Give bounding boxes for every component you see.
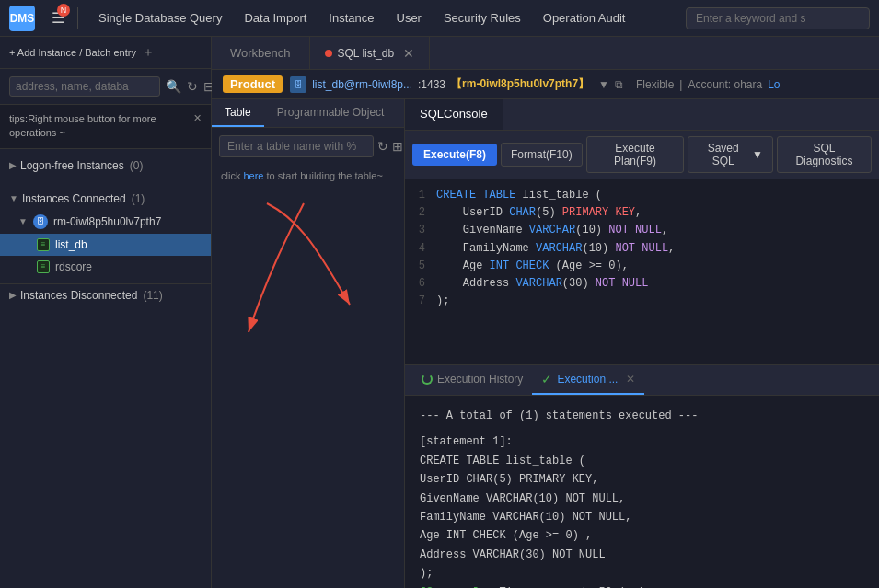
table-search-input[interactable] <box>219 135 374 157</box>
instance-name: rm-0iwl8p5hu0lv7pth7 <box>53 215 161 228</box>
left-panel: Table Programmable Object ↻ ⊞ click here… <box>212 99 405 588</box>
logon-free-header[interactable]: ▶ Logon-free Instances (0) <box>0 155 211 177</box>
nav-security-rules[interactable]: Security Rules <box>436 7 528 29</box>
execution-result-tab[interactable]: ✓ Execution ... ✕ <box>532 365 644 395</box>
expand-arrow-logon-free: ▶ <box>9 160 17 170</box>
left-panel-search: ↻ ⊞ <box>212 128 404 165</box>
search-icon[interactable]: 🔍 <box>166 79 181 94</box>
instance-db-icon: 🗄 <box>33 214 48 229</box>
instances-connected-header[interactable]: ▼ Instances Connected (1) <box>0 188 211 210</box>
code-content[interactable]: CREATE TABLE list_table ( UserID CHAR(5)… <box>433 187 879 357</box>
sql-toolbar: Execute(F8) Format(F10) Execute Plan(F9)… <box>405 131 879 179</box>
db-tab-close[interactable]: ✕ <box>403 46 414 61</box>
instance-id: 【rm-0iwl8p5hu0lv7pth7】 <box>451 76 589 92</box>
right-panel: SQLConsole Execute(F8) Format(F10) Execu… <box>405 99 879 588</box>
product-banner: Product 🗄 list_db@rm-0iwl8p... :1433 【rm… <box>212 70 879 99</box>
sql-console-tab-bar: SQLConsole <box>405 99 879 131</box>
refresh-icon[interactable]: ↻ <box>187 79 198 94</box>
line-number-6: 6 <box>405 275 425 293</box>
logout-link[interactable]: Lo <box>768 78 780 91</box>
line-number-7: 7 <box>405 293 425 310</box>
execute-button[interactable]: Execute(F8) <box>412 144 497 166</box>
result-summary: --- A total of (1) statements executed -… <box>420 407 864 425</box>
execute-plan-button[interactable]: Execute Plan(F9) <box>586 136 685 173</box>
saved-sql-label: Saved SQL <box>698 142 748 167</box>
db-item-list-db[interactable]: ≡ list_db <box>0 234 211 256</box>
execution-result-label: Execution ... <box>557 373 618 386</box>
instance-item[interactable]: ▼ 🗄 rm-0iwl8p5hu0lv7pth7 <box>0 210 211 234</box>
db-item-rdscore[interactable]: ≡ rdscore <box>0 256 211 278</box>
annotation-area <box>212 185 404 588</box>
execution-history-tab[interactable]: Execution History <box>412 365 532 395</box>
statement-label: [statement 1]: <box>420 435 513 448</box>
nav-operation-audit[interactable]: Operation Audit <box>536 7 633 29</box>
result-content: --- A total of (1) statements executed -… <box>405 396 879 588</box>
annotation-arrows <box>212 185 396 369</box>
line-number-2: 2 <box>405 204 425 222</box>
product-badge: Product <box>223 75 283 93</box>
global-search[interactable] <box>686 7 870 29</box>
hint-link[interactable]: here <box>243 170 263 181</box>
db-icon-list-db: ≡ <box>37 238 50 251</box>
instance-dropdown[interactable]: ▼ <box>598 78 609 91</box>
line-numbers: 1 2 3 4 5 6 7 <box>405 187 433 357</box>
diagnostics-button[interactable]: SQL Diagnostics <box>777 136 872 173</box>
code-editor[interactable]: 1 2 3 4 5 6 7 CREATE TABLE list_table ( … <box>405 179 879 364</box>
line-number-4: 4 <box>405 240 425 258</box>
sidebar-tips: tips:Right mouse button for more operati… <box>0 105 211 149</box>
create-stmt: CREATE TABLE list_table ( <box>420 455 585 467</box>
nav-divider <box>77 7 78 29</box>
instance-name-banner: list_db@rm-0iwl8p... <box>312 78 412 91</box>
instances-connected-count: (1) <box>132 192 145 205</box>
logon-free-section: ▶ Logon-free Instances (0) <box>0 149 211 182</box>
nav-user[interactable]: User <box>389 7 429 29</box>
result-statement-block: [statement 1]: CREATE TABLE list_table (… <box>420 432 864 588</box>
workbench-tab[interactable]: Workbench <box>212 37 310 69</box>
result-tab-close[interactable]: ✕ <box>626 373 635 386</box>
instance-info: 🗄 list_db@rm-0iwl8p... :1433 【rm-0iwl8p5… <box>290 76 780 93</box>
instances-disconnected-section: ▶ Instances Disconnected (11) <box>0 283 211 306</box>
add-icon[interactable]: ＋ <box>142 44 155 61</box>
saved-sql-button[interactable]: Saved SQL ▼ <box>688 136 773 173</box>
check-icon: ✓ <box>541 372 552 386</box>
add-instance-button[interactable]: + Add Instance / Batch entry <box>9 47 136 58</box>
nav-data-import[interactable]: Data Import <box>237 7 314 29</box>
hamburger-menu[interactable]: ☰ N <box>52 9 64 27</box>
sql-list-db-tab[interactable]: SQL list_db ✕ <box>310 37 431 69</box>
instances-disconnected-count: (11) <box>143 289 162 302</box>
line-number-1: 1 <box>405 187 425 204</box>
sidebar-search-input[interactable] <box>9 76 160 97</box>
content-area: Workbench SQL list_db ✕ Product 🗄 list_d… <box>212 37 879 588</box>
instances-connected-section: ▼ Instances Connected (1) ▼ 🗄 rm-0iwl8p5… <box>0 182 211 283</box>
instances-disconnected-header[interactable]: ▶ Instances Disconnected (11) <box>0 284 211 306</box>
nav-instance[interactable]: Instance <box>321 7 381 29</box>
left-panel-hint: click here to start building the table~ <box>212 165 404 185</box>
tips-close-button[interactable]: ✕ <box>193 112 202 124</box>
table-refresh-icon[interactable]: ↻ <box>377 139 388 154</box>
result-line3: FamilyName VARCHAR(10) NOT NULL, <box>420 511 631 524</box>
spinner-icon <box>422 374 433 385</box>
saved-sql-chevron: ▼ <box>752 148 763 161</box>
logon-free-label: Logon-free Instances <box>20 159 124 172</box>
tab-table[interactable]: Table <box>212 99 264 127</box>
result-line4: Age INT CHECK (Age >= 0) , <box>420 529 592 542</box>
instance-port: :1433 <box>418 78 445 91</box>
sidebar: + Add Instance / Batch entry ＋ 🔍 ↻ ⊟ tip… <box>0 37 212 588</box>
tab-programmable[interactable]: Programmable Object <box>264 99 398 127</box>
nav-single-db-query[interactable]: Single Database Query <box>91 7 229 29</box>
sidebar-header: + Add Instance / Batch entry ＋ <box>0 37 211 69</box>
left-panel-tabs: Table Programmable Object <box>212 99 404 128</box>
format-button[interactable]: Format(F10) <box>501 143 583 167</box>
db-tab-dot <box>325 50 332 57</box>
result-line6: ); <box>420 567 433 580</box>
db-icon-rdscore: ≡ <box>37 260 50 273</box>
tab-sql-console[interactable]: SQLConsole <box>405 99 503 130</box>
table-filter-icon[interactable]: ⊞ <box>392 139 403 154</box>
account-info: Account: ohara <box>688 78 762 91</box>
copy-button[interactable]: ⧉ <box>615 78 623 91</box>
main-layout: + Add Instance / Batch entry ＋ 🔍 ↻ ⊟ tip… <box>0 37 879 588</box>
editor-split: Table Programmable Object ↻ ⊞ click here… <box>212 99 879 588</box>
top-nav: DMS ☰ N Single Database Query Data Impor… <box>0 0 879 37</box>
result-tabs: Execution History ✓ Execution ... ✕ <box>405 364 879 396</box>
expand-arrow-connected: ▼ <box>9 193 18 203</box>
